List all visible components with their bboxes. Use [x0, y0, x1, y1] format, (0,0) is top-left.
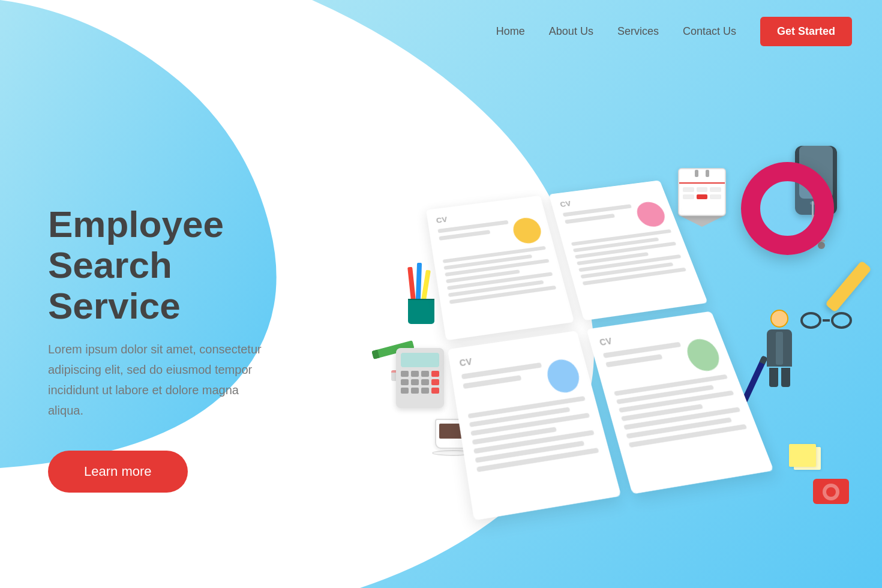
pen-icon [750, 354, 756, 411]
nav-link-contact[interactable]: Contact Us [683, 25, 736, 37]
calculator-icon [396, 348, 444, 408]
magnifying-glass-icon [741, 162, 849, 270]
nav-item-services[interactable]: Services [617, 25, 659, 38]
pencils-icon [408, 270, 438, 324]
navbar: Home About Us Services Contact Us Get St… [0, 0, 882, 63]
calendar-icon [678, 168, 726, 227]
nav-link-about[interactable]: About Us [549, 25, 593, 37]
nav-links: Home About Us Services Contact Us [496, 25, 736, 38]
hero-title-line2: Service [48, 285, 181, 326]
nav-item-contact[interactable]: Contact Us [683, 25, 736, 38]
person-figure [767, 310, 792, 387]
nav-link-home[interactable]: Home [496, 25, 525, 37]
glasses-icon [800, 312, 852, 329]
nav-item-home[interactable]: Home [496, 25, 525, 38]
sticky-notes-icon [789, 444, 822, 471]
get-started-button[interactable]: Get Started [760, 17, 852, 46]
hero-title: Employee Search Service [48, 204, 336, 327]
hero-description: Lorem ipsum dolor sit amet, consectetur … [48, 339, 276, 421]
learn-more-button[interactable]: Learn more [48, 451, 188, 493]
nav-link-services[interactable]: Services [617, 25, 659, 37]
hero-content: Employee Search Service Lorem ipsum dolo… [48, 204, 336, 493]
illustration-area: CV CV [360, 48, 882, 564]
hero-title-line1: Employee Search [48, 203, 224, 286]
nav-item-about[interactable]: About Us [549, 25, 593, 38]
tape-icon [813, 479, 849, 504]
